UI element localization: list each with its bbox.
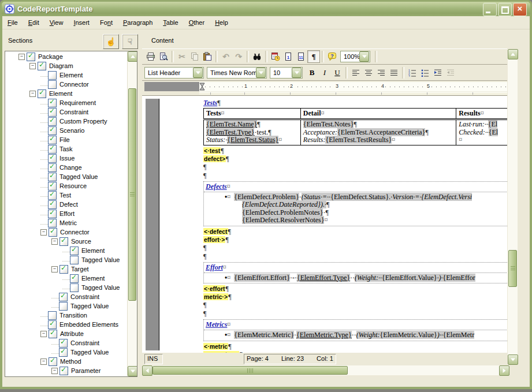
size-dropdown-button[interactable] [292, 68, 302, 78]
tree-item[interactable]: ✓Constraint [6, 107, 127, 117]
checkbox[interactable]: ✓ [48, 320, 57, 329]
vertical-scrollbar-thumb[interactable] [508, 250, 517, 287]
hand-down-button[interactable]: ☟ [122, 34, 138, 49]
font-select[interactable]: Times New Roman [207, 67, 267, 79]
tree-expander[interactable]: − [40, 331, 47, 337]
tree-item[interactable]: ✓Constraint [6, 338, 127, 348]
align-justify-button[interactable] [388, 66, 400, 79]
font-size-select[interactable]: 10 [270, 67, 303, 79]
font-dropdown-button[interactable] [256, 68, 266, 78]
tree-item[interactable]: Element [6, 70, 127, 80]
numbered-list-button[interactable]: 123 [406, 66, 419, 79]
tree-item[interactable]: ✓Effort [6, 209, 127, 218]
checkbox[interactable]: ✓ [59, 265, 68, 274]
tree-expander[interactable]: − [18, 54, 25, 60]
maximize-button[interactable] [498, 3, 512, 16]
checkbox[interactable]: ✓ [48, 136, 57, 144]
tree-expander[interactable]: − [29, 91, 36, 97]
paste-button[interactable] [201, 50, 214, 63]
tree-item[interactable]: −✓Package [6, 52, 127, 61]
checkbox[interactable]: ✓ [48, 99, 57, 107]
style-dropdown-button[interactable] [193, 68, 203, 78]
checkbox[interactable]: ✓ [49, 357, 57, 366]
zoom-dropdown-button[interactable] [359, 51, 369, 62]
checkbox[interactable]: ✓ [48, 154, 57, 163]
tree-expander[interactable]: − [29, 63, 36, 69]
checkbox[interactable]: ✓ [59, 348, 68, 357]
print-button[interactable] [144, 50, 157, 63]
title-bar[interactable]: CodeReportTemplate × [2, 2, 530, 16]
checkbox[interactable]: ✓ [48, 145, 57, 154]
checkbox[interactable]: ✓ [48, 126, 57, 135]
print-preview-button[interactable] [157, 50, 170, 63]
menu-insert[interactable]: Insert [68, 17, 95, 29]
checkbox[interactable]: ✓ [38, 89, 46, 98]
tree-item[interactable]: ✓Element [6, 274, 127, 283]
checkbox[interactable]: ✓ [59, 339, 68, 348]
tree-item[interactable]: ✓Resource [6, 181, 127, 191]
tree-item[interactable]: ✓Tagged Value [6, 172, 127, 181]
checkbox[interactable] [59, 302, 68, 311]
horizontal-scrollbar-thumb[interactable] [152, 366, 348, 375]
minimize-button[interactable] [483, 3, 497, 16]
tree-item[interactable]: −✓Target [6, 264, 127, 274]
tree-item[interactable]: −✓Attribute [6, 329, 127, 338]
tree-item[interactable]: −✓Diagram [6, 61, 127, 70]
menu-font[interactable]: Font [95, 17, 118, 29]
tree-item[interactable]: −✓Parameter [6, 366, 127, 375]
tree-item[interactable]: ✓Element [6, 246, 127, 255]
insert-date-button[interactable] [269, 50, 282, 63]
close-button[interactable]: × [513, 3, 527, 16]
checkbox[interactable]: ✓ [59, 367, 68, 375]
tree-item[interactable]: ✓Task [6, 144, 127, 154]
decrease-indent-button[interactable] [444, 66, 457, 79]
tree-item[interactable]: Tagged Value [6, 283, 127, 292]
scroll-left-button[interactable] [142, 365, 152, 376]
tree-expander[interactable]: − [51, 368, 58, 374]
copy-button[interactable] [188, 50, 201, 63]
align-right-button[interactable] [375, 66, 388, 79]
tree-item[interactable]: ✓Metric [6, 218, 127, 227]
checkbox[interactable] [70, 283, 79, 292]
tree-scrollbar-thumb[interactable] [128, 88, 136, 301]
ruler[interactable]: 12345 [142, 81, 507, 95]
align-center-button[interactable] [362, 66, 375, 79]
horizontal-scrollbar[interactable] [142, 365, 509, 375]
checkbox[interactable]: ✓ [48, 191, 57, 200]
menu-other[interactable]: Other [184, 17, 210, 29]
tree-expander[interactable]: − [51, 238, 58, 245]
checkbox[interactable]: ✓ [70, 274, 79, 283]
tree-item[interactable]: Tagged Value [6, 301, 127, 311]
tree-scrollbar[interactable] [127, 51, 137, 376]
checkbox[interactable]: ✓ [38, 62, 46, 70]
checkbox[interactable]: ✓ [48, 173, 57, 181]
tree-scroll-down-button[interactable] [128, 366, 137, 376]
increase-indent-button[interactable] [431, 66, 444, 79]
tree-item[interactable]: ✓Requirement [6, 98, 127, 107]
tree-expander[interactable]: − [40, 229, 47, 236]
checkbox[interactable]: ✓ [59, 237, 68, 246]
help-button[interactable]: ? [326, 50, 338, 63]
menu-help[interactable]: Help [210, 17, 233, 29]
menu-edit[interactable]: Edit [23, 17, 44, 29]
tree-item[interactable]: ✓Issue [6, 154, 127, 163]
checkbox[interactable]: ✓ [70, 247, 79, 255]
tree-item[interactable]: −✓Source [6, 237, 127, 246]
scroll-right-button[interactable] [499, 365, 509, 376]
tree-expander[interactable]: − [40, 359, 47, 365]
tree-item[interactable]: −✓Element [6, 89, 127, 98]
tree-item[interactable]: ✓Defect [6, 200, 127, 209]
tree-item[interactable]: ✓Tagged Value [6, 348, 127, 357]
checkbox[interactable]: ✓ [48, 182, 57, 191]
menu-paragraph[interactable]: Paragraph [118, 17, 158, 29]
tree-item[interactable]: Connector [6, 80, 127, 89]
checkbox[interactable]: ✓ [49, 330, 57, 338]
italic-button[interactable]: I [318, 66, 331, 79]
tree-item[interactable]: ✓Change [6, 163, 127, 172]
tree-item[interactable]: ✓File [6, 135, 127, 144]
checkbox[interactable]: ✓ [48, 108, 57, 117]
tree-scroll-up-button[interactable] [128, 51, 137, 62]
bold-button[interactable]: B [306, 66, 318, 79]
zoom-select[interactable]: 100% [340, 51, 370, 62]
checkbox[interactable]: ✓ [49, 228, 57, 237]
